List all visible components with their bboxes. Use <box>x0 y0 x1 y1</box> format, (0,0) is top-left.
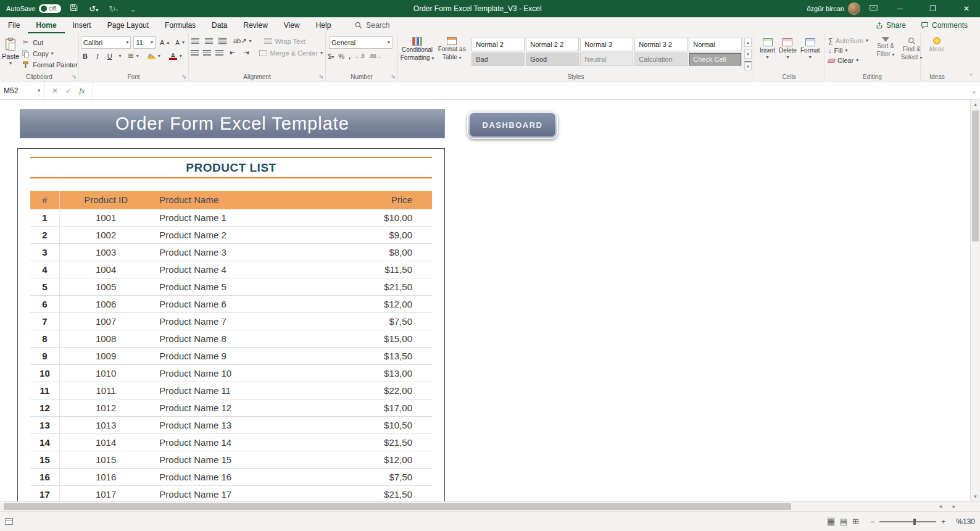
page-layout-view-icon[interactable]: ▤ <box>840 517 847 526</box>
table-row[interactable]: 81008Product Name 8$15,00 <box>30 330 432 348</box>
save-icon[interactable] <box>67 4 81 14</box>
zoom-in-icon[interactable]: + <box>941 517 945 526</box>
zoom-level[interactable]: %130 <box>952 517 975 526</box>
scroll-right-icon[interactable]: ► <box>949 502 959 511</box>
account-user[interactable]: özgür bircan <box>807 2 860 15</box>
table-row[interactable]: 111011Product Name 11$22,00 <box>30 382 432 399</box>
normal-view-icon[interactable]: ▦ <box>827 517 834 526</box>
underline-button[interactable]: U <box>106 52 114 61</box>
avatar[interactable] <box>848 2 860 15</box>
styles-scroll-down-icon[interactable]: ▾ <box>744 49 752 59</box>
fill-color-button[interactable]: ▾ <box>146 52 162 60</box>
comma-style-button[interactable]: , <box>349 52 351 60</box>
font-dialog-launcher-icon[interactable]: ⇘ <box>181 73 186 80</box>
table-row[interactable]: 141014Product Name 14$21,50 <box>30 434 432 451</box>
styles-scroll-up-icon[interactable]: ▴ <box>744 38 752 47</box>
align-left-icon[interactable] <box>191 49 199 57</box>
style-normal[interactable]: Normal <box>689 38 742 51</box>
align-center-icon[interactable] <box>203 49 211 57</box>
table-row[interactable]: 161016Product Name 16$7,50 <box>30 469 432 486</box>
alignment-dialog-launcher-icon[interactable]: ⇘ <box>318 73 323 80</box>
sort-filter-button[interactable]: Sort & Filter ▾ <box>874 35 897 72</box>
clear-button[interactable]: Clear▾ <box>826 56 870 65</box>
table-row[interactable]: 61006Product Name 6$12,00 <box>30 296 432 313</box>
vertical-scrollbar[interactable]: ▲ ▼ <box>970 100 980 501</box>
dashboard-button[interactable]: DASHBOARD <box>467 111 558 139</box>
tab-page-layout[interactable]: Page Layout <box>99 17 157 33</box>
ideas-button[interactable]: Ideas <box>923 35 951 53</box>
autosave-toggle[interactable]: AutoSave Off <box>6 4 61 13</box>
scroll-up-icon[interactable]: ▲ <box>971 100 980 109</box>
table-row[interactable]: 91009Product Name 9$13,50 <box>30 348 432 365</box>
bold-button[interactable]: B <box>81 52 89 61</box>
conditional-formatting-button[interactable]: Conditional Formatting ▾ <box>400 35 434 72</box>
macro-record-icon[interactable] <box>5 518 13 525</box>
grow-font-button[interactable]: A▴ <box>158 38 171 47</box>
clipboard-dialog-launcher-icon[interactable]: ⇘ <box>72 73 77 80</box>
style-normal-3-2[interactable]: Normal 3 2 <box>634 38 687 51</box>
table-row[interactable]: 31003Product Name 3$8,00 <box>30 244 432 261</box>
tab-review[interactable]: Review <box>235 17 275 33</box>
table-row[interactable]: 21002Product Name 2$9,00 <box>30 227 432 244</box>
find-select-button[interactable]: Find & Select ▾ <box>900 35 923 72</box>
font-size-combo[interactable]: 11▾ <box>133 36 156 49</box>
style-check-cell[interactable]: Check Cell <box>689 52 742 66</box>
tab-view[interactable]: View <box>276 17 308 33</box>
copy-button[interactable]: Copy▾ <box>19 49 80 58</box>
expand-formula-bar-icon[interactable]: ⌄ <box>968 82 980 99</box>
delete-cells-button[interactable]: Delete▾ <box>779 36 797 60</box>
style-normal-2-2[interactable]: Normal 2 2 <box>526 38 579 51</box>
style-calculation[interactable]: Calculation <box>634 52 687 66</box>
enter-entry-icon[interactable]: ✓ <box>65 86 72 95</box>
formula-input[interactable] <box>93 82 968 99</box>
italic-button[interactable]: I <box>94 52 101 61</box>
tab-data[interactable]: Data <box>204 17 235 33</box>
name-box[interactable]: M52 ▾ <box>0 82 44 99</box>
table-row[interactable]: 101010Product Name 10$13,00 <box>30 365 432 382</box>
collapse-ribbon-icon[interactable]: ⌃ <box>969 73 974 80</box>
table-row[interactable]: 121012Product Name 12$17,00 <box>30 399 432 417</box>
zoom-slider[interactable] <box>879 521 936 522</box>
worksheet[interactable]: Order Form Excel Template DASHBOARD PROD… <box>0 100 970 501</box>
format-cells-button[interactable]: Format▾ <box>800 36 820 60</box>
style-good[interactable]: Good <box>526 52 579 66</box>
ribbon-display-options-icon[interactable] <box>866 4 880 14</box>
paste-button[interactable]: Paste ▾ <box>2 35 19 72</box>
number-dialog-launcher-icon[interactable]: ⇘ <box>391 73 396 80</box>
page-break-view-icon[interactable]: ⊞ <box>852 517 859 526</box>
fill-button[interactable]: ↓Fill▾ <box>826 46 870 55</box>
tab-help[interactable]: Help <box>308 17 339 33</box>
decrease-indent-button[interactable]: ⇤ <box>228 48 237 57</box>
tab-file[interactable]: File <box>0 17 28 33</box>
zoom-slider-thumb[interactable] <box>913 519 916 525</box>
styles-more-icon[interactable]: ▾ <box>744 61 752 70</box>
format-painter-button[interactable]: Format Painter <box>19 60 80 69</box>
middle-align-icon[interactable] <box>204 37 214 45</box>
restore-button[interactable]: ❐ <box>920 0 947 17</box>
table-row[interactable]: 41004Product Name 4$11,50 <box>30 261 432 278</box>
zoom-out-icon[interactable]: − <box>870 517 874 526</box>
shrink-font-button[interactable]: A▾ <box>173 39 186 47</box>
accounting-format-button[interactable]: $▾ <box>328 52 334 60</box>
table-row[interactable]: 71007Product Name 7$7,50 <box>30 313 432 330</box>
share-button[interactable]: Share <box>870 21 912 30</box>
bottom-align-icon[interactable] <box>218 37 227 45</box>
scroll-left-icon[interactable]: ◄ <box>936 502 945 511</box>
tab-home[interactable]: Home <box>28 17 64 33</box>
ribbon-search[interactable]: Search <box>355 17 389 33</box>
style-normal-2[interactable]: Normal 2 <box>471 38 525 51</box>
align-right-icon[interactable] <box>215 49 223 57</box>
horizontal-scrollbar[interactable]: ◄ ► <box>0 501 980 511</box>
minimize-button[interactable]: ─ <box>886 0 913 17</box>
style-neutral[interactable]: Neutral <box>580 52 633 66</box>
number-format-combo[interactable]: General▾ <box>329 36 392 49</box>
percent-style-button[interactable]: % <box>338 52 344 60</box>
quick-access-customize-icon[interactable]: ⌄ <box>127 4 140 14</box>
font-color-button[interactable]: A▾ <box>167 52 184 61</box>
table-row[interactable]: 171017Product Name 17$21,50 <box>30 486 432 501</box>
tab-formulas[interactable]: Formulas <box>157 17 204 33</box>
top-align-icon[interactable] <box>191 37 200 45</box>
vertical-scroll-thumb[interactable] <box>972 111 979 241</box>
comments-button[interactable]: Comments <box>915 21 974 30</box>
decrease-decimal-button[interactable]: .00→ <box>369 53 381 59</box>
